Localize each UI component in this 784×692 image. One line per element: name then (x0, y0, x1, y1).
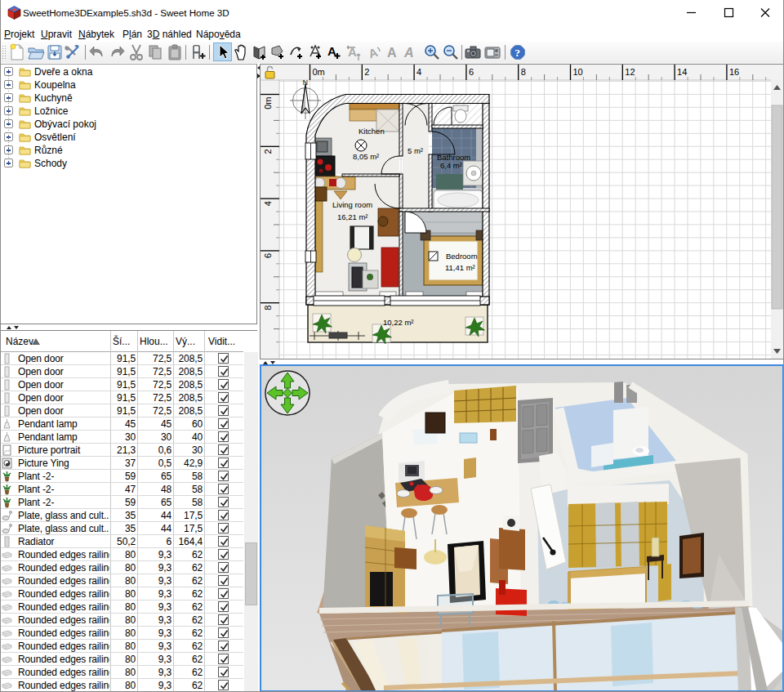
svg-text:4: 4 (416, 67, 421, 77)
svg-text:10: 10 (573, 67, 583, 77)
svg-text:14: 14 (677, 67, 687, 77)
svg-text:16: 16 (729, 67, 739, 77)
svg-text:11,41 m²: 11,41 m² (445, 263, 475, 272)
svg-text:4: 4 (263, 201, 273, 206)
svg-text:6: 6 (263, 253, 273, 258)
svg-text:0m: 0m (313, 67, 325, 77)
svg-text:8,05 m²: 8,05 m² (353, 152, 379, 161)
svg-text:12: 12 (625, 67, 635, 77)
svg-text:0m: 0m (263, 97, 273, 109)
svg-text:Bedroom: Bedroom (446, 252, 478, 261)
svg-text:8: 8 (263, 306, 273, 310)
svg-text:A: A (387, 46, 397, 60)
svg-text:2: 2 (263, 149, 273, 154)
svg-text:5 m²: 5 m² (408, 146, 423, 155)
svg-text:N: N (303, 78, 309, 87)
svg-text:2: 2 (364, 67, 369, 77)
svg-text:6,4 m²: 6,4 m² (440, 161, 462, 170)
svg-text:10,22 m²: 10,22 m² (383, 318, 414, 327)
svg-text:16,21 m²: 16,21 m² (337, 212, 368, 221)
svg-text:?: ? (514, 47, 520, 59)
svg-text:Kitchen: Kitchen (359, 127, 385, 136)
svg-text:Living room: Living room (332, 200, 372, 209)
svg-text:6: 6 (469, 67, 474, 77)
svg-text:8: 8 (521, 67, 526, 77)
svg-text:A: A (403, 46, 414, 60)
